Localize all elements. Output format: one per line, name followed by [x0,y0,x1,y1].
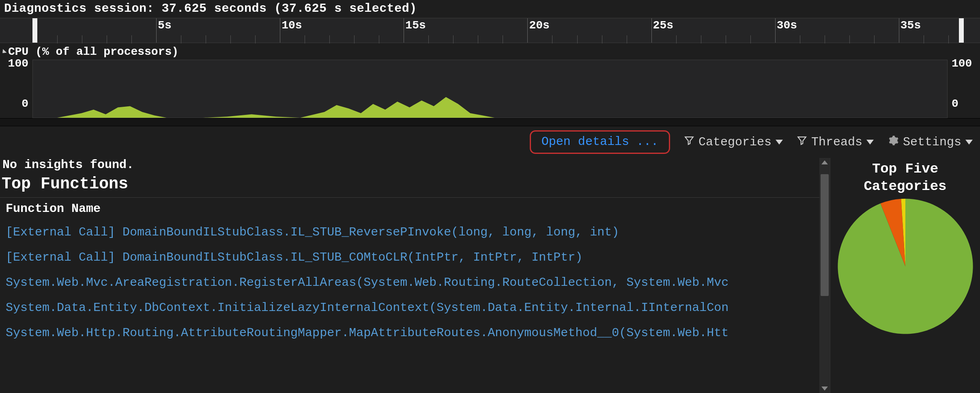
ruler-tick-minor [82,35,82,43]
pie-title-line2: Categories [864,179,946,194]
ruler-tick-minor [255,35,256,43]
ruler-tick-minor [329,35,330,43]
ruler-tick [899,18,899,43]
session-title: Diagnostics session: 37.625 seconds (37.… [0,0,980,18]
ruler-tick-minor [948,35,949,43]
filter-icon [797,135,807,149]
chevron-down-icon [866,140,874,145]
settings-button[interactable]: Settings [888,135,973,150]
ruler-tick-minor [924,35,924,43]
toolbar: Open details ... Categories Threads Sett… [0,126,980,158]
ruler-tick-minor [107,35,107,43]
cpu-section-header[interactable]: CPU (% of all processors) [0,43,980,60]
ruler-tick-label: 25s [653,19,673,32]
ruler-tick [156,18,157,43]
ruler-tick-minor [750,35,751,43]
ruler-tick-label: 35s [900,19,921,32]
function-row[interactable]: [External Call] DomainBoundILStubClass.I… [0,220,830,245]
ruler-tick-minor [230,35,231,43]
ruler-tick-minor [428,35,429,43]
ruler-tick [775,18,776,43]
cpu-sparkline [33,60,947,118]
axis-label: 0 [952,97,959,110]
function-list: [External Call] DomainBoundILStubClass.I… [0,220,830,345]
ruler-tick-minor [800,35,800,43]
ruler-tick-label: 30s [777,19,797,32]
function-row[interactable]: [External Call] DomainBoundILStubClass.I… [0,245,830,270]
ruler-tick-minor [57,35,58,43]
chevron-down-icon [776,140,783,145]
function-row[interactable]: System.Web.Mvc.AreaRegistration.Register… [0,270,830,295]
ruler-tick [527,18,528,43]
scrollbar-vertical[interactable] [819,158,830,393]
ruler-tick-minor [825,35,825,43]
left-panel: No insights found. Top Functions Functio… [0,158,830,393]
scroll-up-icon[interactable] [821,160,828,164]
pie-chart-title: Top Five Categories [864,160,946,195]
ruler-tick-minor [602,35,602,43]
scroll-down-icon[interactable] [821,387,828,391]
ruler-tick-label: 5s [158,19,172,32]
ruler-tick-minor [354,35,355,43]
ruler-tick-minor [206,35,206,43]
ruler-tick [404,18,404,43]
axis-label: 0 [21,97,28,110]
ruler-tick-minor [478,35,478,43]
ruler-tick [280,18,280,43]
settings-label: Settings [903,135,961,149]
categories-label: Categories [698,135,772,149]
ruler-tick-minor [874,35,875,43]
ruler-tick-minor [379,35,379,43]
right-panel: Top Five Categories [830,158,980,393]
axis-label: 100 [8,57,28,70]
scrollbar-thumb[interactable] [821,174,829,296]
ruler-tick-minor [305,35,305,43]
cpu-chart: 100 0 100 0 [0,60,980,118]
ruler-tick-minor [503,35,503,43]
pie-chart[interactable] [836,197,974,335]
ruler-tick-minor [676,35,677,43]
ruler-tick-label: 20s [529,19,549,32]
cpu-axis-left: 100 0 [0,60,32,118]
ruler-tick-minor [701,35,701,43]
threads-filter-button[interactable]: Threads [797,135,874,149]
cpu-header-label: CPU (% of all processors) [8,45,178,58]
cpu-plot-area[interactable] [32,60,948,118]
ruler-tick-minor [726,35,726,43]
selection-handle-left[interactable] [32,18,37,43]
axis-label: 100 [952,57,972,70]
threads-label: Threads [811,135,862,149]
open-details-link[interactable]: Open details ... [530,130,670,154]
function-row[interactable]: System.Data.Entity.DbContext.InitializeL… [0,295,830,320]
ruler-tick-minor [627,35,627,43]
categories-filter-button[interactable]: Categories [684,135,783,149]
gear-icon [888,135,899,150]
filter-icon [684,135,694,149]
chevron-down-icon [965,140,973,145]
ruler-tick-label: 15s [405,19,426,32]
ruler-tick-minor [577,35,578,43]
time-ruler[interactable]: 5s10s15s20s25s30s35s [0,18,980,43]
selection-handle-right[interactable] [959,18,964,43]
ruler-tick-minor [552,35,552,43]
column-header-function-name[interactable]: Function Name [0,197,830,220]
cpu-axis-right: 100 0 [948,60,980,118]
insights-message: No insights found. [0,158,830,173]
ruler-tick [651,18,652,43]
pie-title-line1: Top Five [872,161,938,177]
top-functions-title: Top Functions [0,173,830,197]
chevron-down-icon [1,49,7,55]
ruler-tick-minor [181,35,181,43]
panel-divider [0,118,980,126]
function-row[interactable]: System.Web.Http.Routing.AttributeRouting… [0,320,830,345]
ruler-tick-minor [131,35,132,43]
ruler-tick-minor [453,35,453,43]
ruler-tick-label: 10s [282,19,302,32]
ruler-tick-minor [849,35,850,43]
